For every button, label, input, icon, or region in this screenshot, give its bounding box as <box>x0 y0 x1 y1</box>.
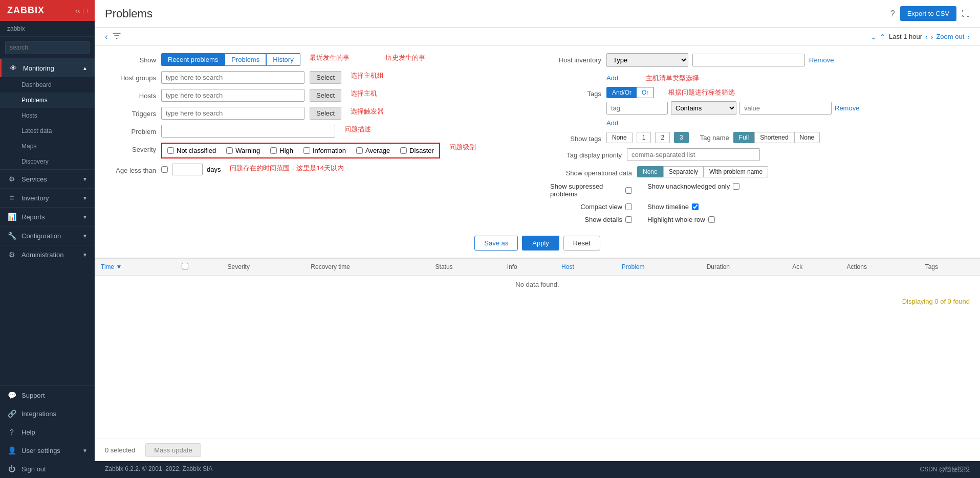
age-input[interactable]: 14 <box>172 164 203 175</box>
highlight-whole-row-label[interactable]: Highlight whole row <box>647 216 715 223</box>
sidebar-item-configuration[interactable]: 🔧 Configuration ▼ <box>0 226 95 245</box>
severity-high-checkbox[interactable] <box>270 147 277 154</box>
show-timeline-label[interactable]: Show timeline <box>647 203 699 211</box>
help-icon-topbar[interactable]: ? <box>890 9 895 18</box>
annotation-age: 问题存在的时间范围，这里是14天以内 <box>230 164 343 173</box>
severity-information-checkbox[interactable] <box>303 147 310 154</box>
show-problems-button[interactable]: Problems <box>225 53 266 66</box>
sidebar-item-reports[interactable]: 📊 Reports ▼ <box>0 208 95 226</box>
hosts-select-button[interactable]: Select <box>310 89 341 102</box>
sidebar-item-help[interactable]: ? Help <box>0 423 95 441</box>
filter-prev-button[interactable]: ‹ <box>105 32 107 41</box>
host-groups-select-button[interactable]: Select <box>310 71 341 84</box>
zoom-out-button[interactable]: Zoom out <box>936 33 964 40</box>
op-with-problem-name-button[interactable]: With problem name <box>704 166 768 177</box>
host-groups-input[interactable] <box>161 71 304 84</box>
time-up-icon[interactable]: ⌃ <box>880 33 886 41</box>
tag-name-full-button[interactable]: Full <box>733 132 754 143</box>
show-unacknowledged-label[interactable]: Show unacknowledged only <box>647 183 739 190</box>
apply-button[interactable]: Apply <box>522 236 559 251</box>
sidebar-item-administration[interactable]: ⚙ Administration ▼ <box>0 245 95 264</box>
host-inventory-value-input[interactable] <box>692 54 805 66</box>
expand-icon[interactable]: □ <box>83 7 88 15</box>
col-select[interactable] <box>176 259 221 276</box>
compact-view-checkbox[interactable] <box>625 203 632 210</box>
sidebar-item-integrations[interactable]: 🔗 Integrations <box>0 404 95 423</box>
sidebar-item-hosts[interactable]: Hosts <box>0 108 95 123</box>
severity-disaster-checkbox[interactable] <box>400 147 407 154</box>
sidebar-item-latest-data[interactable]: Latest data <box>0 123 95 139</box>
compact-view-label[interactable]: Compact view <box>580 203 632 211</box>
tags-and-or-button[interactable]: And/Or <box>607 87 637 98</box>
reset-button[interactable]: Reset <box>563 236 600 251</box>
hosts-input[interactable] <box>161 89 304 102</box>
fullscreen-icon[interactable]: ⛶ <box>962 9 970 18</box>
col-host[interactable]: Host <box>555 259 616 276</box>
triggers-input[interactable] <box>161 107 304 120</box>
host-inventory-add-link[interactable]: Add <box>606 74 618 82</box>
op-none-button[interactable]: None <box>637 166 663 177</box>
severity-average[interactable]: Average <box>356 147 390 154</box>
sidebar-item-support[interactable]: 💬 Support <box>0 386 95 404</box>
show-details-label[interactable]: Show details <box>584 216 632 223</box>
tag-remove-link[interactable]: Remove <box>835 104 859 112</box>
severity-disaster[interactable]: Disaster <box>400 147 434 154</box>
severity-not-classified-checkbox[interactable] <box>167 147 174 154</box>
collapse-icons[interactable]: ‹‹ □ <box>75 7 88 15</box>
sidebar-item-user-settings[interactable]: 👤 User settings ▼ <box>0 441 95 460</box>
tags-or-button[interactable]: Or <box>637 87 654 98</box>
show-tags-none-button[interactable]: None <box>606 132 633 143</box>
age-checkbox[interactable] <box>161 166 168 173</box>
mass-update-button[interactable]: Mass update <box>145 443 201 457</box>
severity-warning-checkbox[interactable] <box>226 147 233 154</box>
host-inventory-type-select[interactable]: Type <box>606 53 688 67</box>
highlight-whole-row-checkbox[interactable] <box>708 216 715 223</box>
severity-warning[interactable]: Warning <box>226 147 260 154</box>
show-unacknowledged-checkbox[interactable] <box>733 183 739 190</box>
sidebar-item-discovery[interactable]: Discovery <box>0 154 95 169</box>
show-tags-2-button[interactable]: 2 <box>655 132 670 143</box>
op-separately-button[interactable]: Separately <box>663 166 704 177</box>
sidebar-item-maps[interactable]: Maps <box>0 139 95 154</box>
severity-not-classified[interactable]: Not classified <box>167 147 216 154</box>
filter-icon[interactable] <box>113 32 121 41</box>
show-recent-problems-button[interactable]: Recent problems <box>161 53 225 66</box>
show-details-checkbox[interactable] <box>625 216 632 223</box>
host-inventory-remove-link[interactable]: Remove <box>809 56 834 64</box>
sidebar-item-monitoring[interactable]: 👁 Monitoring ▲ <box>0 59 95 77</box>
severity-high[interactable]: High <box>270 147 293 154</box>
save-as-button[interactable]: Save as <box>474 236 518 251</box>
show-suppressed-checkbox[interactable] <box>625 187 632 194</box>
show-history-button[interactable]: History <box>266 53 300 66</box>
sidebar-item-inventory[interactable]: ≡ Inventory ▼ <box>0 189 95 207</box>
sidebar-search-input[interactable] <box>5 41 90 54</box>
collapse-left-icon[interactable]: ‹‹ <box>75 7 80 15</box>
sidebar-item-services[interactable]: ⚙ Services ▼ <box>0 170 95 188</box>
tag-name-shortened-button[interactable]: Shortened <box>754 132 794 143</box>
zoom-right-icon[interactable]: › <box>967 33 970 41</box>
time-next-icon[interactable]: › <box>931 33 933 41</box>
tag-display-priority-input[interactable] <box>627 148 760 161</box>
tag-value-input[interactable] <box>739 102 832 115</box>
col-time[interactable]: Time ▼ <box>95 259 176 276</box>
tag-name-input[interactable] <box>606 102 668 115</box>
show-suppressed-label[interactable]: Show suppressed problems <box>550 183 632 198</box>
export-to-csv-button[interactable]: Export to CSV <box>900 6 956 21</box>
time-down-icon[interactable]: ⌄ <box>870 33 877 41</box>
tag-contains-select[interactable]: Contains Equals Does not contain Does no… <box>671 101 736 115</box>
triggers-select-button[interactable]: Select <box>310 107 341 120</box>
sidebar-item-problems[interactable]: Problems <box>0 93 95 108</box>
col-problem[interactable]: Problem <box>616 259 701 276</box>
severity-average-checkbox[interactable] <box>356 147 363 154</box>
show-tags-1-button[interactable]: 1 <box>637 132 651 143</box>
show-tags-3-button[interactable]: 3 <box>674 132 689 143</box>
sidebar-item-sign-out[interactable]: ⏻ Sign out <box>0 460 95 478</box>
show-timeline-checkbox[interactable] <box>692 203 699 210</box>
problem-input[interactable] <box>161 125 335 138</box>
tag-name-none-button[interactable]: None <box>794 132 820 143</box>
time-prev-icon[interactable]: ‹ <box>925 33 928 41</box>
sidebar-item-dashboard[interactable]: Dashboard <box>0 77 95 93</box>
tag-add-link[interactable]: Add <box>606 119 618 127</box>
select-all-checkbox[interactable] <box>182 263 188 269</box>
severity-information[interactable]: Information <box>303 147 346 154</box>
